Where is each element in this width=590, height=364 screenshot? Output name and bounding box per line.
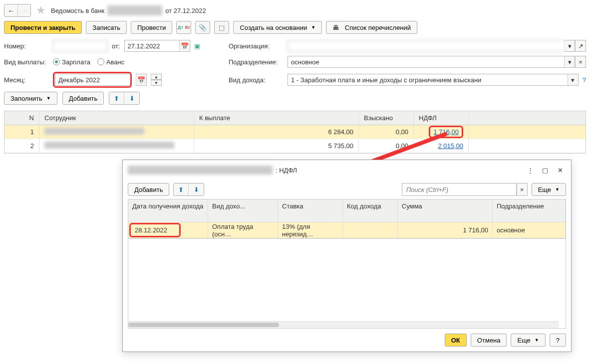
- dcol-dept: Подразделение: [493, 199, 566, 222]
- col-employee: Сотрудник: [39, 111, 194, 125]
- page-title: Ведомость в банк ████████ от 27.12.2022: [51, 5, 206, 15]
- number-field[interactable]: [53, 40, 108, 52]
- open-icon: ↗: [578, 42, 584, 50]
- ndfl-link[interactable]: 1 716,00: [433, 128, 459, 136]
- income-label: Вид дохода:: [229, 76, 284, 84]
- create-based-on-button[interactable]: Создать на основании▼: [233, 21, 322, 34]
- income-help-link[interactable]: ?: [583, 76, 586, 84]
- search-clear-button[interactable]: ×: [517, 183, 528, 196]
- from-label: от:: [112, 42, 120, 50]
- dept-field[interactable]: основное: [288, 56, 564, 68]
- org-field[interactable]: [288, 40, 564, 52]
- move-row-buttons: ⬆ ⬇: [109, 92, 140, 105]
- clear-icon: ×: [579, 58, 583, 66]
- radio-advance[interactable]: Аванс: [97, 58, 124, 66]
- nav-back-button[interactable]: ←: [4, 4, 17, 16]
- month-field-highlight: Декабрь 2022: [53, 72, 132, 88]
- dialog-move-up-button[interactable]: ⬆: [174, 183, 189, 195]
- posted-flag-icon: ▣: [194, 42, 200, 50]
- dtkt-button[interactable]: ДтКт: [176, 21, 191, 34]
- month-up-button[interactable]: ▲: [151, 74, 162, 80]
- add-row-button[interactable]: Добавить: [62, 92, 104, 105]
- month-field[interactable]: Декабрь 2022: [55, 74, 130, 86]
- list-transfers-button[interactable]: 🖶 Список перечислений: [326, 21, 417, 34]
- structure-button[interactable]: ⬚: [214, 21, 229, 34]
- chevron-down-icon: ▼: [535, 338, 539, 343]
- pay-type-radio-group: Зарплата Аванс: [53, 58, 124, 66]
- dcol-date: Дата получения дохода: [128, 199, 208, 222]
- dialog-menu-button[interactable]: ⋮: [524, 164, 536, 176]
- dialog-close-button[interactable]: ✕: [554, 164, 566, 176]
- post-button[interactable]: Провести: [131, 21, 173, 34]
- org-field-group: ▾ ↗: [288, 40, 586, 52]
- radio-salary[interactable]: Зарплата: [53, 58, 90, 66]
- dept-field-group: основное ▾ ×: [288, 56, 586, 68]
- month-label: Месяц:: [4, 76, 49, 84]
- org-open-button[interactable]: ↗: [575, 40, 586, 52]
- move-down-button[interactable]: ⬇: [124, 92, 139, 104]
- date-highlight: 28.12.2022: [129, 223, 181, 237]
- calendar-icon: 📅: [137, 76, 145, 84]
- arrow-up-icon: ⬆: [114, 95, 119, 102]
- income-field[interactable]: 1 - Заработная плата и иные доходы с огр…: [288, 74, 568, 86]
- income-dropdown-button[interactable]: ▾: [568, 74, 579, 86]
- dcol-rate: Ставка: [278, 199, 343, 222]
- col-payable: К выплате: [194, 111, 359, 125]
- post-and-close-button[interactable]: Провести и закрыть: [4, 21, 82, 34]
- main-toolbar: Провести и закрыть Записать Провести ДтК…: [0, 17, 590, 38]
- chevron-down-icon: ▼: [555, 187, 560, 192]
- dialog-help-button[interactable]: ?: [550, 334, 566, 347]
- col-n: N: [4, 111, 39, 125]
- chevron-down-icon: ▾: [571, 76, 575, 84]
- dialog-scroll-area: [128, 239, 566, 329]
- fill-button[interactable]: Заполнить▼: [4, 92, 57, 105]
- arrow-left-icon: ←: [8, 7, 14, 14]
- col-collected: Взыскано: [359, 111, 414, 125]
- arrow-right-icon: →: [21, 7, 27, 14]
- ndfl-link[interactable]: 2 015,00: [438, 142, 463, 150]
- search-input[interactable]: [402, 183, 517, 196]
- pay-type-label: Вид выплаты:: [4, 58, 49, 66]
- dialog-add-button[interactable]: Добавить: [128, 183, 169, 196]
- chevron-down-icon: ▾: [568, 58, 572, 66]
- write-button[interactable]: Записать: [86, 21, 127, 34]
- table-row[interactable]: 1 6 284,00 0,00 1 716,00: [4, 125, 586, 139]
- arrow-down-icon: ⬇: [129, 95, 135, 102]
- dept-clear-button[interactable]: ×: [575, 56, 586, 68]
- horizontal-scrollbar[interactable]: [128, 321, 559, 328]
- table-row[interactable]: 2 5 735,00 0,00 2 015,00: [4, 139, 586, 153]
- favorite-star-icon[interactable]: ★: [36, 4, 46, 17]
- dialog-table: Дата получения дохода Вид дохо... Ставка…: [128, 199, 566, 239]
- kebab-icon: ⋮: [527, 167, 534, 174]
- calendar-button[interactable]: 📅: [179, 40, 190, 52]
- dept-label: Подразделение:: [229, 58, 284, 66]
- chevron-down-icon: ▼: [46, 96, 51, 101]
- month-down-button[interactable]: ▼: [151, 80, 162, 86]
- dialog-title: ████████████ : НДФЛ: [128, 166, 521, 175]
- move-up-button[interactable]: ⬆: [109, 92, 124, 104]
- dcol-sum: Сумма: [398, 199, 493, 222]
- clear-icon: ×: [520, 186, 524, 193]
- org-label: Организация:: [229, 42, 284, 50]
- nav-buttons: ← →: [4, 4, 31, 17]
- dialog-footer-more-button[interactable]: Еще▼: [511, 334, 545, 347]
- dtkt-icon2: Кт: [185, 25, 190, 30]
- date-field-group: 27.12.2022 📅: [124, 40, 190, 52]
- employee-table: N Сотрудник К выплате Взыскано НДФЛ 1 6 …: [4, 111, 586, 154]
- dept-dropdown-button[interactable]: ▾: [564, 56, 575, 68]
- date-field[interactable]: 27.12.2022: [124, 40, 179, 52]
- nav-forward-button[interactable]: →: [17, 4, 30, 16]
- dcol-kind: Вид дохо...: [208, 199, 278, 222]
- dialog-more-button[interactable]: Еще▼: [532, 183, 566, 196]
- dialog-cancel-button[interactable]: Отмена: [471, 334, 507, 347]
- printer-icon: 🖶: [332, 24, 339, 31]
- dialog-move-buttons: ⬆ ⬇: [173, 183, 204, 196]
- dialog-maximize-button[interactable]: ▢: [539, 164, 551, 176]
- dialog-move-down-button[interactable]: ⬇: [189, 183, 204, 195]
- dialog-table-row[interactable]: 28.12.2022 Оплата труда (осн… 13% (для н…: [128, 222, 566, 238]
- org-dropdown-button[interactable]: ▾: [564, 40, 575, 52]
- month-calendar-button[interactable]: 📅: [136, 74, 147, 86]
- dialog-ok-button[interactable]: ОК: [445, 334, 467, 347]
- close-icon: ✕: [558, 167, 563, 174]
- attach-button[interactable]: 📎: [195, 21, 210, 34]
